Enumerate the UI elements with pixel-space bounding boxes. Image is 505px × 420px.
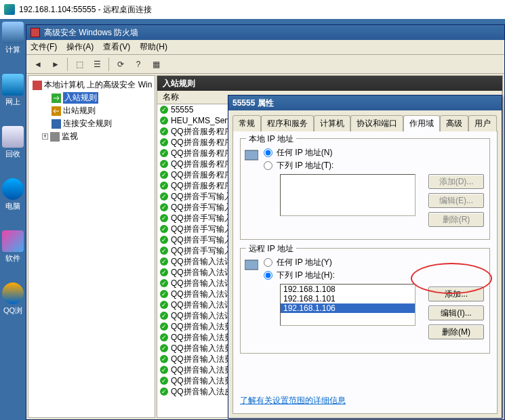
enabled-icon: ✓ — [160, 279, 168, 287]
rule-name: QQ拼音手写输入 — [171, 234, 233, 246]
tree-connsec[interactable]: 连接安全规则 — [30, 117, 153, 130]
enabled-icon: ✓ — [160, 290, 168, 298]
local-these-radio[interactable] — [264, 161, 272, 170]
rule-name: QQ拼音服务程序 — [171, 148, 233, 159]
rule-name: QQ拼音手写输入 — [171, 202, 233, 213]
firewall-titlebar: 高级安全 Windows 防火墙 — [26, 25, 504, 40]
rule-name: QQ拼音服务程序 — [171, 126, 233, 138]
rdp-title: 192.168.1.104:55555 - 远程桌面连接 — [19, 4, 152, 16]
tab-body-scope: 本地 IP 地址 任何 IP 地址(N) 下列 IP 地址(T): 添加(D).… — [233, 131, 498, 414]
desktop-icons: 计算 网上 回收 电脑 软件 QQ浏 — [1, 22, 26, 316]
connsec-icon — [52, 119, 61, 129]
enabled-icon: ✓ — [160, 322, 168, 331]
properties-icon[interactable]: ▦ — [148, 57, 163, 72]
desktop-icon-computer[interactable]: 计算 — [1, 22, 24, 55]
local-edit-button[interactable]: 编辑(E)... — [428, 193, 484, 208]
remote-add-button[interactable]: 添加... — [428, 287, 484, 301]
list-header: 入站规则 — [157, 76, 502, 91]
local-add-button[interactable]: 添加(D)... — [428, 174, 484, 189]
tree-pane[interactable]: 本地计算机 上的高级安全 Win 入站规则 出站规则 连接安全规则 + 监视 — [28, 75, 155, 418]
network-card-icon — [245, 148, 258, 162]
enabled-icon: ✓ — [160, 160, 168, 168]
tab-protocols[interactable]: 协议和端口 — [350, 115, 403, 131]
rule-name: QQ拼音手写输入 — [171, 213, 233, 224]
tab-computers[interactable]: 计算机 — [314, 115, 350, 131]
enabled-icon: ✓ — [160, 344, 168, 352]
tab-scope[interactable]: 作用域 — [403, 115, 440, 131]
tree-outbound[interactable]: 出站规则 — [30, 104, 153, 117]
rdp-titlebar: 192.168.1.104:55555 - 远程桌面连接 — [0, 0, 505, 19]
network-card-icon — [245, 258, 258, 272]
tab-users[interactable]: 用户 — [468, 115, 497, 131]
enabled-icon: ✓ — [160, 268, 168, 276]
enabled-icon: ✓ — [160, 149, 168, 157]
tree-monitor[interactable]: + 监视 — [30, 130, 153, 143]
menu-view[interactable]: 查看(V) — [103, 41, 130, 53]
rule-name: QQ拼音服务程序 — [171, 159, 233, 170]
tab-advanced[interactable]: 高级 — [440, 115, 468, 131]
enabled-icon: ✓ — [160, 301, 168, 309]
up-button[interactable]: ⬚ — [72, 57, 87, 72]
local-any-radio[interactable] — [264, 148, 272, 157]
enabled-icon: ✓ — [160, 182, 168, 190]
enabled-icon: ✓ — [160, 127, 168, 135]
remote-edit-button[interactable]: 编辑(I)... — [428, 306, 484, 320]
desktop-icon-network[interactable]: 网上 — [1, 74, 24, 107]
enabled-icon: ✓ — [160, 257, 168, 266]
remote-these-radio-row[interactable]: 下列 IP 地址(H): — [264, 270, 484, 281]
svg-rect-3 — [52, 119, 61, 129]
help-button[interactable]: ? — [131, 57, 146, 72]
rule-name: QQ拼音服务程序 — [171, 180, 233, 192]
ip-item[interactable]: 192.168.1.101 — [281, 294, 415, 303]
local-any-radio-row[interactable]: 任何 IP 地址(N) — [264, 147, 484, 159]
refresh-button[interactable]: ⟳ — [113, 57, 128, 72]
desktop-icon-recycle[interactable]: 回收 — [1, 126, 24, 159]
desktop-icon-software[interactable]: 软件 — [1, 230, 24, 264]
rdp-icon — [4, 4, 15, 15]
firewall-title: 高级安全 Windows 防火墙 — [44, 27, 138, 39]
remote-these-radio[interactable] — [264, 271, 272, 280]
tab-general[interactable]: 常规 — [233, 115, 261, 131]
local-delete-button[interactable]: 删除(R) — [428, 212, 484, 227]
remote-ip-group: 远程 IP 地址 任何 IP 地址(Y) 下列 IP 地址(H): 192.16… — [240, 248, 490, 354]
svg-rect-6 — [245, 260, 258, 270]
remote-any-radio-row[interactable]: 任何 IP 地址(Y) — [264, 257, 484, 268]
enabled-icon: ✓ — [160, 106, 168, 114]
remote-delete-button[interactable]: 删除(M) — [428, 324, 484, 339]
back-button[interactable]: ◄ — [31, 57, 45, 72]
desktop-icon-qqbrowser[interactable]: QQ浏 — [1, 282, 24, 316]
local-these-radio-row[interactable]: 下列 IP 地址(T): — [264, 160, 484, 171]
remote-ip-list[interactable]: 192.168.1.108192.168.1.101192.168.1.106 — [280, 284, 416, 326]
expand-icon[interactable]: + — [42, 133, 48, 140]
local-ip-list[interactable] — [280, 174, 416, 216]
rule-name: 55555 — [171, 105, 193, 114]
enabled-icon: ✓ — [160, 366, 168, 374]
enabled-icon: ✓ — [160, 117, 168, 125]
list-icon[interactable]: ☰ — [89, 57, 104, 72]
rule-name: QQ拼音手写输入 — [171, 224, 233, 235]
rule-name: QQ拼音服务程序 — [171, 137, 233, 148]
tree-inbound[interactable]: 入站规则 — [30, 91, 153, 104]
desktop-icon-pcmgr[interactable]: 电脑 — [1, 178, 24, 211]
tab-strip: 常规 程序和服务 计算机 协议和端口 作用域 高级 用户 — [228, 110, 502, 131]
enabled-icon: ✓ — [160, 203, 168, 211]
local-ip-legend: 本地 IP 地址 — [246, 133, 296, 145]
ip-item[interactable]: 192.168.1.106 — [281, 303, 415, 313]
remote-any-radio[interactable] — [264, 258, 272, 267]
outbound-icon — [52, 106, 61, 116]
shield-icon — [33, 81, 42, 90]
forward-button[interactable]: ► — [48, 57, 63, 72]
dialog-titlebar[interactable]: 55555 属性 — [228, 96, 502, 110]
scope-help-link[interactable]: 了解有关设置范围的详细信息 — [240, 395, 490, 406]
toolbar: ◄ ► ⬚ ☰ ⟳ ? ▦ — [26, 55, 504, 74]
menu-help[interactable]: 帮助(H) — [140, 41, 167, 53]
rule-name: QQ拼音手写输入 — [171, 191, 233, 203]
tab-programs[interactable]: 程序和服务 — [261, 115, 314, 131]
menu-action[interactable]: 操作(A) — [66, 41, 94, 53]
dialog-title: 55555 属性 — [233, 98, 274, 109]
svg-rect-0 — [33, 81, 42, 90]
tree-root[interactable]: 本地计算机 上的高级安全 Win — [30, 79, 153, 91]
menu-file[interactable]: 文件(F) — [31, 41, 57, 53]
enabled-icon: ✓ — [160, 333, 168, 341]
ip-item[interactable]: 192.168.1.108 — [281, 285, 415, 294]
